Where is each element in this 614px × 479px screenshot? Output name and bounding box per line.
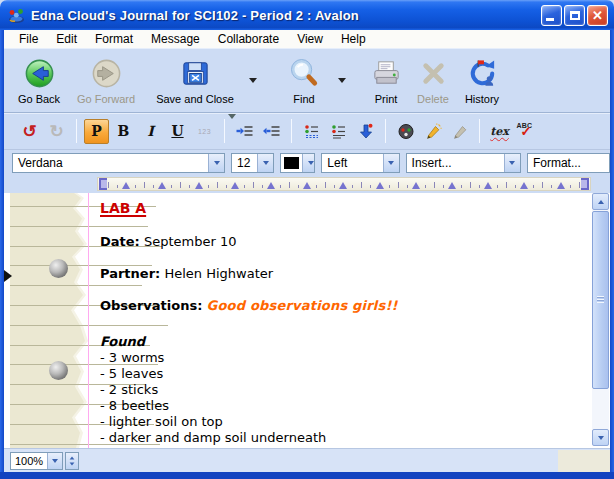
indent-button[interactable] [232,119,257,144]
spin-down-icon [70,462,75,465]
menu-item-message[interactable]: Message [142,32,209,46]
partner-value: Helen Highwater [164,266,273,281]
observations-line: Observations: Good observations girls!! [100,298,398,313]
menu-item-collaborate[interactable]: Collaborate [209,32,288,46]
font-family-select[interactable]: Verdana [12,153,225,173]
ruler-tick [389,185,390,188]
menu-item-edit[interactable]: Edit [47,32,86,46]
list-item: - 3 worms [100,350,164,365]
maximize-icon [570,11,580,20]
notebook-rule-line [10,325,168,326]
chevron-down-icon [338,78,346,83]
underline-button[interactable]: U [165,119,190,144]
list-item: - 2 sticks [100,382,158,397]
window-border-right [610,30,614,479]
minimize-button[interactable] [541,5,562,26]
insert-select[interactable]: Insert... [406,153,521,173]
find-icon [288,55,321,92]
tab-stop-icon[interactable] [195,182,203,189]
app-icon [7,6,26,24]
scroll-down-button[interactable] [592,429,609,446]
chevron-up-icon [598,200,604,204]
tab-stop-icon[interactable] [412,182,420,189]
font-color-select[interactable] [280,153,315,173]
bullet-list-button[interactable] [299,119,324,144]
print-button[interactable]: Print [362,55,410,105]
journal-page[interactable]: LAB A Date: September 10 Partner: Helen … [4,193,610,448]
go-back-button[interactable]: Go Back [12,55,66,105]
underline-icon: U [171,123,183,139]
zoom-spinner[interactable] [65,452,79,470]
find-button[interactable]: Find [275,55,333,105]
tab-stop-icon[interactable] [231,182,239,189]
go-forward-label: Go Forward [77,93,135,105]
separator [224,119,225,143]
save-and-close-icon [179,55,212,92]
ruler-tick [298,185,299,188]
ruler-tick [316,185,317,188]
highlighter-button[interactable] [420,119,445,144]
tab-stop-icon[interactable] [122,182,130,189]
zoom-dropdown-button[interactable] [47,453,62,469]
tab-stop-icon[interactable] [158,182,166,189]
line-spacing-button[interactable] [326,119,351,144]
tab-stop-icon[interactable] [267,182,275,189]
resize-corner[interactable] [558,450,610,472]
tab-stop-icon[interactable] [557,182,565,189]
format-select[interactable]: Format... [527,153,610,173]
alignment-select[interactable]: Left [321,153,399,173]
close-icon: ✕ [588,6,607,25]
history-label: History [465,93,499,105]
maximize-button[interactable] [564,5,585,26]
tab-stop-icon[interactable] [303,182,311,189]
tab-stop-icon[interactable] [339,182,347,189]
ruler-right-margin-marker[interactable] [581,178,589,190]
tab-stop-icon[interactable] [484,182,492,189]
dropdown-arrow-icon [383,154,399,172]
ruler-tick [144,182,145,188]
italic-button[interactable]: I [138,119,163,144]
menu-item-help[interactable]: Help [332,32,375,46]
vertical-scrollbar[interactable] [592,193,609,446]
history-button[interactable]: History [456,55,508,105]
ruler-tick [470,182,471,188]
menu-item-file[interactable]: File [10,32,47,46]
menu-item-format[interactable]: Format [86,32,142,46]
tab-stop-icon[interactable] [520,182,528,189]
scroll-up-button[interactable] [592,193,609,210]
application-window: { "window": { "title": "Edna Cloud's Jou… [0,0,614,479]
save-and-close-button[interactable]: Save and Close [146,55,244,105]
tab-stop-icon[interactable] [448,182,456,189]
outdent-button[interactable] [259,119,284,144]
ruler-tick [117,185,118,188]
plain-text-button[interactable]: P [84,119,109,144]
dropdown-arrow-icon [257,154,273,172]
ruler-tick [461,185,462,188]
color-wheel-button[interactable] [393,119,418,144]
font-family-value: Verdana [13,156,208,170]
find-dropdown[interactable] [333,62,350,99]
menu-item-view[interactable]: View [288,32,332,46]
ruler-tick [434,182,435,188]
ruler-left-margin-marker[interactable] [99,178,107,190]
tab-stop-icon[interactable] [376,182,384,189]
ruler-tick [217,182,218,188]
bold-button[interactable]: B [111,119,136,144]
title-bar[interactable]: Edna Cloud's Journal for SCI102 - Period… [0,0,614,30]
pen-disabled-icon [451,122,469,140]
ruler-tick [579,182,580,188]
text-style-button[interactable]: tex [487,119,512,144]
close-button[interactable]: ✕ [587,5,608,26]
ruler-tick [325,182,326,188]
zoom-combo[interactable]: 100% [10,452,63,470]
undo-button[interactable]: ↺ [17,119,42,144]
spell-check-button[interactable]: ABC ✓ [514,119,539,144]
font-size-select[interactable]: 12 [231,153,274,173]
bold-icon: B [118,123,130,139]
go-forward-icon [90,55,123,92]
save-and-close-dropdown[interactable] [244,62,261,99]
scroll-thumb[interactable] [592,211,609,389]
alignment-value: Left [322,156,382,170]
insert-below-button[interactable] [353,119,378,144]
client-area: File Edit Format Message Collaborate Vie… [4,30,610,472]
